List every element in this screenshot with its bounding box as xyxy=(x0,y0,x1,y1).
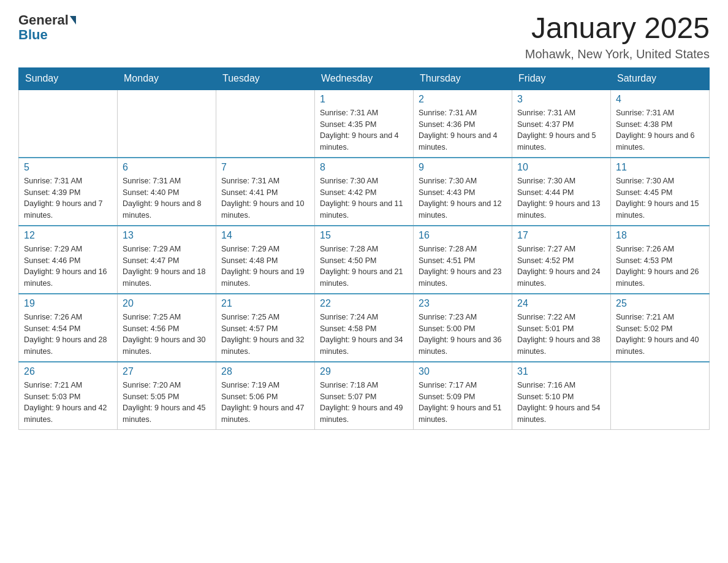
day-number: 26 xyxy=(24,366,112,377)
table-row: 20Sunrise: 7:25 AM Sunset: 4:56 PM Dayli… xyxy=(118,294,216,362)
day-number: 20 xyxy=(123,298,211,309)
day-number: 9 xyxy=(419,162,507,173)
table-row: 12Sunrise: 7:29 AM Sunset: 4:46 PM Dayli… xyxy=(19,226,118,294)
day-info: Sunrise: 7:30 AM Sunset: 4:45 PM Dayligh… xyxy=(616,175,704,221)
day-info: Sunrise: 7:31 AM Sunset: 4:37 PM Dayligh… xyxy=(517,107,605,153)
table-row: 13Sunrise: 7:29 AM Sunset: 4:47 PM Dayli… xyxy=(118,226,216,294)
day-info: Sunrise: 7:28 AM Sunset: 4:51 PM Dayligh… xyxy=(419,243,507,289)
table-row xyxy=(19,90,118,158)
day-number: 12 xyxy=(24,230,112,241)
day-info: Sunrise: 7:30 AM Sunset: 4:42 PM Dayligh… xyxy=(320,175,408,221)
day-number: 25 xyxy=(616,298,704,309)
day-info: Sunrise: 7:25 AM Sunset: 4:56 PM Dayligh… xyxy=(123,312,211,358)
day-info: Sunrise: 7:26 AM Sunset: 4:53 PM Dayligh… xyxy=(616,243,704,289)
day-number: 18 xyxy=(616,230,704,241)
day-info: Sunrise: 7:23 AM Sunset: 5:00 PM Dayligh… xyxy=(419,312,507,358)
month-title: January 2025 xyxy=(525,12,710,45)
table-row xyxy=(611,362,710,430)
day-info: Sunrise: 7:27 AM Sunset: 4:52 PM Dayligh… xyxy=(517,243,605,289)
table-row: 10Sunrise: 7:30 AM Sunset: 4:44 PM Dayli… xyxy=(512,158,611,226)
day-info: Sunrise: 7:29 AM Sunset: 4:47 PM Dayligh… xyxy=(123,243,211,289)
table-row: 18Sunrise: 7:26 AM Sunset: 4:53 PM Dayli… xyxy=(611,226,710,294)
day-number: 5 xyxy=(24,162,112,173)
title-block: January 2025 Mohawk, New York, United St… xyxy=(525,12,710,61)
day-number: 13 xyxy=(123,230,211,241)
day-info: Sunrise: 7:31 AM Sunset: 4:39 PM Dayligh… xyxy=(24,175,112,221)
day-number: 31 xyxy=(517,366,605,377)
day-number: 3 xyxy=(517,94,605,105)
table-row: 8Sunrise: 7:30 AM Sunset: 4:42 PM Daylig… xyxy=(315,158,414,226)
day-number: 8 xyxy=(320,162,408,173)
day-info: Sunrise: 7:30 AM Sunset: 4:44 PM Dayligh… xyxy=(517,175,605,221)
day-info: Sunrise: 7:29 AM Sunset: 4:48 PM Dayligh… xyxy=(221,243,309,289)
day-number: 11 xyxy=(616,162,704,173)
day-info: Sunrise: 7:21 AM Sunset: 5:02 PM Dayligh… xyxy=(616,312,704,358)
page-header: General Blue January 2025 Mohawk, New Yo… xyxy=(18,12,710,61)
day-info: Sunrise: 7:16 AM Sunset: 5:10 PM Dayligh… xyxy=(517,380,605,426)
table-row: 21Sunrise: 7:25 AM Sunset: 4:57 PM Dayli… xyxy=(216,294,315,362)
day-info: Sunrise: 7:20 AM Sunset: 5:05 PM Dayligh… xyxy=(123,380,211,426)
day-info: Sunrise: 7:22 AM Sunset: 5:01 PM Dayligh… xyxy=(517,312,605,358)
day-number: 17 xyxy=(517,230,605,241)
table-row: 23Sunrise: 7:23 AM Sunset: 5:00 PM Dayli… xyxy=(414,294,512,362)
table-row: 3Sunrise: 7:31 AM Sunset: 4:37 PM Daylig… xyxy=(512,90,611,158)
table-row: 15Sunrise: 7:28 AM Sunset: 4:50 PM Dayli… xyxy=(315,226,414,294)
day-number: 16 xyxy=(419,230,507,241)
day-info: Sunrise: 7:24 AM Sunset: 4:58 PM Dayligh… xyxy=(320,312,408,358)
calendar-table: Sunday Monday Tuesday Wednesday Thursday… xyxy=(18,67,710,430)
col-sunday: Sunday xyxy=(19,67,118,90)
calendar-week-row: 5Sunrise: 7:31 AM Sunset: 4:39 PM Daylig… xyxy=(19,158,710,226)
table-row: 1Sunrise: 7:31 AM Sunset: 4:35 PM Daylig… xyxy=(315,90,414,158)
table-row: 9Sunrise: 7:30 AM Sunset: 4:43 PM Daylig… xyxy=(414,158,512,226)
day-info: Sunrise: 7:31 AM Sunset: 4:35 PM Dayligh… xyxy=(320,107,408,153)
day-info: Sunrise: 7:30 AM Sunset: 4:43 PM Dayligh… xyxy=(419,175,507,221)
table-row: 22Sunrise: 7:24 AM Sunset: 4:58 PM Dayli… xyxy=(315,294,414,362)
table-row: 16Sunrise: 7:28 AM Sunset: 4:51 PM Dayli… xyxy=(414,226,512,294)
day-number: 1 xyxy=(320,94,408,105)
day-number: 30 xyxy=(419,366,507,377)
col-thursday: Thursday xyxy=(414,67,512,90)
logo-arrow-icon xyxy=(70,16,76,25)
logo-blue-text: Blue xyxy=(18,27,48,43)
table-row: 19Sunrise: 7:26 AM Sunset: 4:54 PM Dayli… xyxy=(19,294,118,362)
day-info: Sunrise: 7:26 AM Sunset: 4:54 PM Dayligh… xyxy=(24,312,112,358)
table-row: 7Sunrise: 7:31 AM Sunset: 4:41 PM Daylig… xyxy=(216,158,315,226)
table-row xyxy=(216,90,315,158)
table-row: 28Sunrise: 7:19 AM Sunset: 5:06 PM Dayli… xyxy=(216,362,315,430)
day-number: 22 xyxy=(320,298,408,309)
day-number: 7 xyxy=(221,162,309,173)
calendar-week-row: 1Sunrise: 7:31 AM Sunset: 4:35 PM Daylig… xyxy=(19,90,710,158)
table-row: 30Sunrise: 7:17 AM Sunset: 5:09 PM Dayli… xyxy=(414,362,512,430)
table-row: 27Sunrise: 7:20 AM Sunset: 5:05 PM Dayli… xyxy=(118,362,216,430)
day-info: Sunrise: 7:31 AM Sunset: 4:36 PM Dayligh… xyxy=(419,107,507,153)
table-row: 2Sunrise: 7:31 AM Sunset: 4:36 PM Daylig… xyxy=(414,90,512,158)
day-info: Sunrise: 7:18 AM Sunset: 5:07 PM Dayligh… xyxy=(320,380,408,426)
day-number: 29 xyxy=(320,366,408,377)
table-row: 26Sunrise: 7:21 AM Sunset: 5:03 PM Dayli… xyxy=(19,362,118,430)
location-text: Mohawk, New York, United States xyxy=(525,47,710,61)
day-number: 23 xyxy=(419,298,507,309)
col-friday: Friday xyxy=(512,67,611,90)
col-tuesday: Tuesday xyxy=(216,67,315,90)
table-row: 5Sunrise: 7:31 AM Sunset: 4:39 PM Daylig… xyxy=(19,158,118,226)
table-row: 25Sunrise: 7:21 AM Sunset: 5:02 PM Dayli… xyxy=(611,294,710,362)
table-row: 17Sunrise: 7:27 AM Sunset: 4:52 PM Dayli… xyxy=(512,226,611,294)
day-info: Sunrise: 7:25 AM Sunset: 4:57 PM Dayligh… xyxy=(221,312,309,358)
calendar-header-row: Sunday Monday Tuesday Wednesday Thursday… xyxy=(19,67,710,90)
table-row: 6Sunrise: 7:31 AM Sunset: 4:40 PM Daylig… xyxy=(118,158,216,226)
day-number: 4 xyxy=(616,94,704,105)
table-row: 14Sunrise: 7:29 AM Sunset: 4:48 PM Dayli… xyxy=(216,226,315,294)
table-row: 4Sunrise: 7:31 AM Sunset: 4:38 PM Daylig… xyxy=(611,90,710,158)
logo-general-text: General xyxy=(18,12,69,28)
day-info: Sunrise: 7:21 AM Sunset: 5:03 PM Dayligh… xyxy=(24,380,112,426)
day-number: 21 xyxy=(221,298,309,309)
day-info: Sunrise: 7:31 AM Sunset: 4:38 PM Dayligh… xyxy=(616,107,704,153)
table-row: 11Sunrise: 7:30 AM Sunset: 4:45 PM Dayli… xyxy=(611,158,710,226)
day-number: 24 xyxy=(517,298,605,309)
col-monday: Monday xyxy=(118,67,216,90)
calendar-week-row: 26Sunrise: 7:21 AM Sunset: 5:03 PM Dayli… xyxy=(19,362,710,430)
day-number: 6 xyxy=(123,162,211,173)
calendar-week-row: 12Sunrise: 7:29 AM Sunset: 4:46 PM Dayli… xyxy=(19,226,710,294)
day-number: 14 xyxy=(221,230,309,241)
day-number: 27 xyxy=(123,366,211,377)
